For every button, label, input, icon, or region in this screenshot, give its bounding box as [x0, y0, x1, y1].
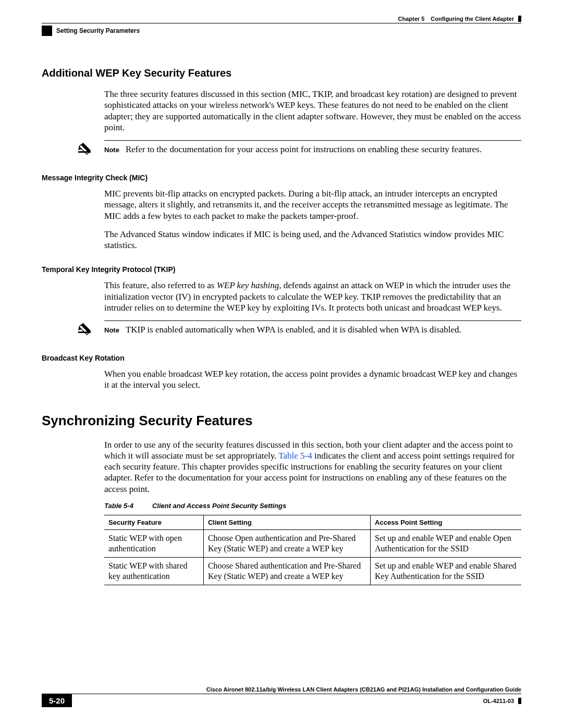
document-number: OL-4211-03 — [483, 698, 521, 704]
section-breadcrumb: Setting Security Parameters — [56, 27, 140, 34]
pencil-icon — [77, 320, 95, 339]
svg-marker-4 — [81, 323, 91, 333]
mic-paragraph-1: MIC prevents bit-flip attacks on encrypt… — [104, 188, 521, 221]
page-footer: Cisco Aironet 802.11a/b/g Wireless LAN C… — [42, 686, 521, 707]
guide-title: Cisco Aironet 802.11a/b/g Wireless LAN C… — [206, 686, 521, 693]
col-client-setting: Client Setting — [203, 515, 370, 529]
tkip-paragraph: This feature, also referred to as WEP ke… — [104, 280, 521, 313]
note-1-text: NoteRefer to the documentation for your … — [104, 144, 521, 155]
pencil-icon — [77, 140, 95, 159]
page-header: Chapter 5 Configuring the Client Adapter — [42, 16, 521, 22]
chapter-number: Chapter 5 — [398, 16, 425, 22]
sync-paragraph: In order to use any of the security feat… — [104, 439, 521, 495]
col-access-point-setting: Access Point Setting — [371, 515, 521, 529]
note-2-text: NoteTKIP is enabled automatically when W… — [104, 324, 521, 335]
page-number: 5-20 — [42, 694, 72, 707]
col-security-feature: Security Feature — [104, 515, 203, 529]
heading-tkip: Temporal Key Integrity Protocol (TKIP) — [42, 265, 521, 274]
section-marker-icon — [42, 26, 52, 36]
svg-marker-0 — [81, 143, 91, 153]
heading-broadcast-key-rotation: Broadcast Key Rotation — [42, 354, 521, 362]
note-label: Note — [104, 146, 119, 154]
chapter-title: Configuring the Client Adapter — [431, 16, 514, 22]
heading-mic: Message Integrity Check (MIC) — [42, 174, 521, 182]
table-5-4-link[interactable]: Table 5-4 — [278, 451, 312, 461]
breadcrumb: Setting Security Parameters — [42, 23, 521, 36]
heading-synchronizing: Synchronizing Security Features — [42, 413, 521, 429]
heading-additional-wep: Additional WEP Key Security Features — [42, 67, 521, 79]
note-block-1: NoteRefer to the documentation for your … — [77, 140, 521, 159]
table-caption: Table 5-4Client and Access Point Securit… — [104, 502, 521, 510]
intro-paragraph: The three security features discussed in… — [104, 89, 521, 133]
bkr-paragraph: When you enable broadcast WEP key rotati… — [104, 368, 521, 391]
note-block-2: NoteTKIP is enabled automatically when W… — [77, 320, 521, 339]
security-settings-table: Security Feature Client Setting Access P… — [104, 515, 521, 585]
note-label: Note — [104, 326, 119, 334]
table-row: Static WEP with shared key authenticatio… — [104, 557, 521, 585]
mic-paragraph-2: The Advanced Status window indicates if … — [104, 229, 521, 251]
table-row: Static WEP with open authentication Choo… — [104, 529, 521, 557]
